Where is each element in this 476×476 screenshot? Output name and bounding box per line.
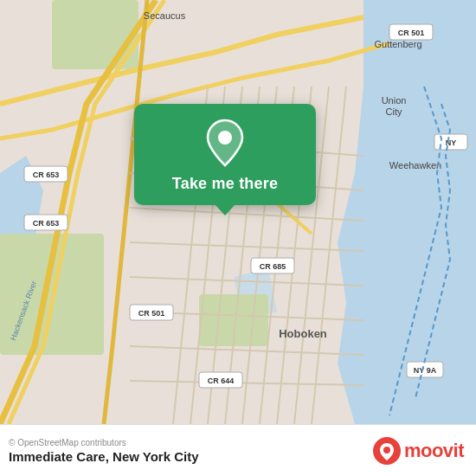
svg-point-50 xyxy=(383,447,390,453)
bottom-bar: © OpenStreetMap contributors Immediate C… xyxy=(0,424,476,476)
svg-text:Weehawken: Weehawken xyxy=(389,160,441,170)
svg-text:CR 653: CR 653 xyxy=(33,219,60,228)
osm-credit: © OpenStreetMap contributors xyxy=(9,438,199,447)
svg-text:City: City xyxy=(386,106,402,117)
svg-text:Guttenberg: Guttenberg xyxy=(374,39,421,49)
svg-text:CR 501: CR 501 xyxy=(398,29,425,37)
svg-text:CR 685: CR 685 xyxy=(260,262,286,271)
svg-text:Union: Union xyxy=(382,95,407,106)
svg-point-48 xyxy=(218,131,232,145)
location-pin-icon xyxy=(202,119,248,166)
svg-text:CR 653: CR 653 xyxy=(33,170,60,179)
bottom-left: © OpenStreetMap contributors Immediate C… xyxy=(9,438,199,464)
take-me-there-button[interactable]: Take me there xyxy=(172,175,278,193)
svg-text:NY 9A: NY 9A xyxy=(414,366,437,375)
svg-text:Hoboken: Hoboken xyxy=(279,327,327,340)
svg-text:Secaucus: Secaucus xyxy=(144,10,186,21)
location-name: Immediate Care, New York City xyxy=(9,449,199,464)
popup-card[interactable]: Take me there xyxy=(134,104,316,205)
moovit-text: moovit xyxy=(404,440,464,462)
svg-text:CR 501: CR 501 xyxy=(138,309,165,318)
moovit-icon xyxy=(372,436,402,466)
moovit-logo[interactable]: moovit xyxy=(372,436,464,466)
map-container: CR 653 CR 653 CR 685 CR 501 CR 501 CR 64… xyxy=(0,0,476,424)
map-background: CR 653 CR 653 CR 685 CR 501 CR 501 CR 64… xyxy=(0,0,476,424)
svg-text:CR 644: CR 644 xyxy=(208,376,235,385)
